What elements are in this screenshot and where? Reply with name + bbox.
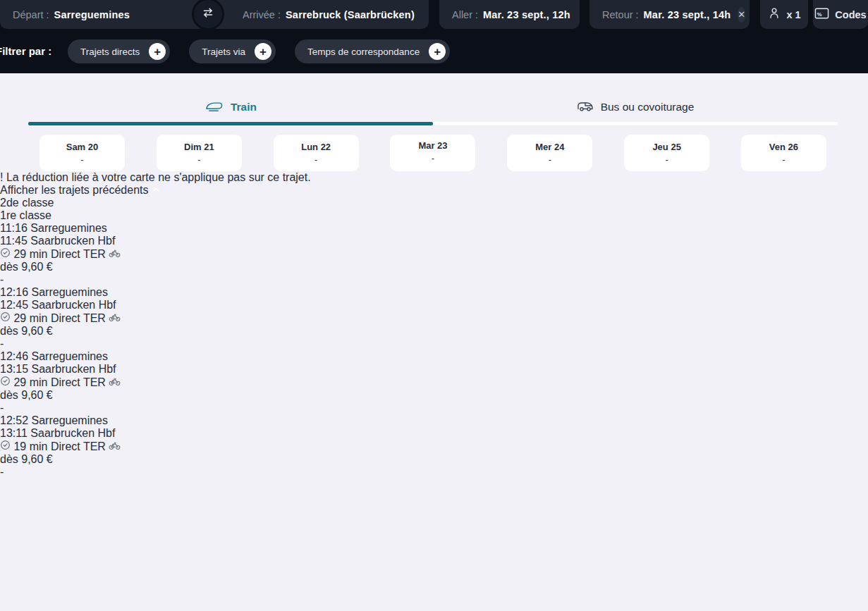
- date-tab-lun-22[interactable]: Lun 22 -: [274, 135, 359, 171]
- price-2nd-class[interactable]: dès 9,60 €: [0, 389, 868, 402]
- departure-time: 12:16: [0, 286, 28, 298]
- filter-chip-via[interactable]: Trajets via +: [189, 39, 276, 63]
- date-tab-jeu-25[interactable]: Jeu 25 -: [624, 135, 709, 171]
- date-tab-sam-20[interactable]: Sam 20 -: [39, 135, 125, 171]
- arrival-label: Arrivée :: [243, 9, 281, 20]
- arrival-time: 11:45: [0, 235, 27, 247]
- departure-time: 11:16: [0, 222, 27, 234]
- price-value: 9,60 €: [21, 325, 52, 337]
- price-unavailable: -: [0, 273, 4, 285]
- date-day: Sam 20: [66, 142, 99, 152]
- return-value: Mar. 23 sept., 14h: [644, 9, 731, 20]
- price-value: 9,60 €: [21, 261, 52, 273]
- clear-return-button[interactable]: ✕: [738, 7, 745, 23]
- codes-field[interactable]: % Codes: [813, 0, 868, 29]
- price-unavailable: -: [0, 466, 4, 478]
- journey-route-type: Direct: [51, 440, 80, 452]
- date-tab-mar-23-selected[interactable]: Mar 23 -: [390, 135, 475, 171]
- price-1st-class[interactable]: -: [0, 466, 868, 479]
- tab-bus-label: Bus ou covoiturage: [601, 101, 695, 113]
- price-from-label: dès: [0, 325, 18, 337]
- price-value: 9,60 €: [21, 389, 52, 401]
- date-selector: Sam 20 - Dim 21 - Lun 22 - Mar 23 - Mer …: [39, 135, 826, 171]
- date-price: -: [782, 154, 785, 165]
- journey-route-type: Direct: [51, 248, 80, 260]
- journey-times: 12:46 Sarreguemines 13:15 Saarbrucken Hb…: [0, 350, 868, 376]
- filter-bar: Filtrer par : Trajets directs + Trajets …: [0, 39, 868, 63]
- filter-chip-label: Trajets directs: [80, 47, 140, 57]
- journey-carrier: TER: [83, 312, 106, 324]
- date-day: Dim 21: [184, 142, 214, 152]
- bicycle-icon: [109, 440, 121, 452]
- warning-icon: !: [0, 171, 3, 183]
- journey-row: 12:52 Sarreguemines 13:11 Saarbrucken Hb…: [0, 414, 868, 479]
- departure-station: Sarreguemines: [32, 286, 109, 298]
- price-2nd-class[interactable]: dès 9,60 €: [0, 261, 868, 273]
- journey-duration: 29 min: [13, 312, 47, 324]
- price-value: 9,60 €: [21, 453, 52, 465]
- journey-details-strip: 29 min Direct TER: [0, 311, 868, 325]
- journey-carrier: TER: [83, 440, 106, 452]
- filter-chip-direct[interactable]: Trajets directs +: [68, 39, 170, 63]
- date-price: -: [80, 154, 83, 165]
- price-1st-class[interactable]: -: [0, 402, 868, 414]
- column-header-2nd-class: 2de classe: [0, 197, 868, 209]
- journey-row: 12:46 Sarreguemines 13:15 Saarbrucken Hb…: [0, 350, 868, 414]
- arrival-station: Saarbrucken Hbf: [32, 363, 116, 375]
- transport-mode-tabs: Train Bus ou covoiturage: [28, 92, 838, 122]
- tab-train-label: Train: [231, 101, 257, 113]
- warning-text: La réduction liée à votre carte ne s'app…: [6, 171, 311, 183]
- price-1st-class[interactable]: -: [0, 338, 868, 350]
- departure-field[interactable]: Départ : Sarreguemines: [0, 0, 207, 29]
- departure-station: Sarreguemines: [32, 350, 109, 362]
- price-from-label: dès: [0, 389, 18, 401]
- on-time-icon: [0, 376, 13, 388]
- price-from-label: dès: [0, 453, 18, 465]
- date-price: -: [314, 154, 317, 165]
- tab-train[interactable]: Train: [28, 92, 433, 122]
- filter-chips: Trajets directs + Trajets via + Temps de…: [68, 39, 450, 63]
- date-tab-mer-24[interactable]: Mer 24 -: [507, 135, 592, 171]
- tab-train-underline: [28, 122, 433, 125]
- date-tab-ven-26[interactable]: Ven 26 -: [741, 135, 826, 171]
- price-2nd-class[interactable]: dès 9,60 €: [0, 325, 868, 338]
- journey-card-3[interactable]: 12:46 Sarreguemines 13:15 Saarbrucken Hb…: [0, 350, 868, 389]
- journey-results: Afficher les trajets précédents 2de clas…: [0, 184, 868, 479]
- filter-by-label: Filtrer par :: [0, 45, 51, 57]
- journey-card-2[interactable]: 12:16 Sarreguemines 12:45 Saarbrucken Hb…: [0, 286, 868, 325]
- bicycle-icon: [109, 312, 121, 324]
- return-date-field[interactable]: Retour : Mar. 23 sept., 14h ✕: [589, 0, 750, 29]
- outbound-value: Mar. 23 sept., 12h: [483, 9, 570, 20]
- journey-details-strip: 29 min Direct TER: [0, 247, 868, 261]
- date-price: -: [549, 154, 551, 165]
- arrival-station: Saarbrucken Hbf: [30, 427, 115, 439]
- journey-row: 11:16 Sarreguemines 11:45 Saarbrucken Hb…: [0, 222, 868, 286]
- bicycle-icon: [109, 376, 121, 388]
- arrival-field[interactable]: Arrivée : Sarrebruck (Saarbrücken): [209, 0, 429, 29]
- swap-icon: [201, 6, 215, 23]
- arrival-time: 12:45: [0, 299, 28, 311]
- filter-chip-connection-time[interactable]: Temps de correspondance +: [295, 39, 450, 63]
- departure-time: 12:52: [0, 414, 28, 426]
- arrival-time: 13:11: [0, 427, 27, 439]
- outbound-date-field[interactable]: Aller : Mar. 23 sept., 12h: [439, 0, 580, 29]
- date-tab-dim-21[interactable]: Dim 21 -: [157, 135, 242, 171]
- date-day: Mar 23: [418, 140, 447, 151]
- chevron-up-icon: [152, 184, 160, 196]
- on-time-icon: [0, 312, 13, 324]
- passengers-field[interactable]: x 1: [760, 0, 808, 29]
- passenger-count: x 1: [786, 9, 800, 20]
- filter-chip-label: Temps de correspondance: [307, 47, 420, 57]
- departure-time: 12:46: [0, 350, 28, 362]
- journey-carrier: TER: [83, 376, 106, 388]
- journey-card-1[interactable]: 11:16 Sarreguemines 11:45 Saarbrucken Hb…: [0, 222, 868, 261]
- show-previous-journeys-button[interactable]: Afficher les trajets précédents: [0, 184, 868, 197]
- price-1st-class[interactable]: -: [0, 273, 868, 286]
- results-header-row: Afficher les trajets précédents 2de clas…: [0, 184, 868, 222]
- show-previous-label: Afficher les trajets précédents: [0, 184, 148, 196]
- date-day: Ven 26: [769, 142, 798, 152]
- journey-card-4[interactable]: 12:52 Sarreguemines 13:11 Saarbrucken Hb…: [0, 414, 868, 453]
- tab-bus-carpool[interactable]: Bus ou covoiturage: [433, 92, 838, 122]
- journey-details-strip: 19 min Direct TER: [0, 440, 868, 453]
- price-2nd-class[interactable]: dès 9,60 €: [0, 453, 868, 466]
